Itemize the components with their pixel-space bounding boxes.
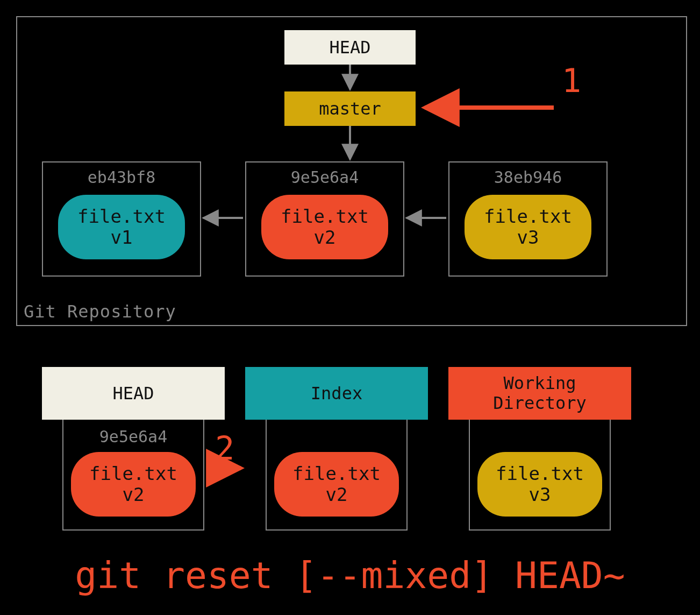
blob-2-file: file.txt [281, 206, 369, 227]
blob-1-version: v1 [111, 227, 133, 248]
command-text: git reset [--mixed] HEAD~ [0, 554, 700, 597]
area-head-file: file.txt [89, 463, 177, 484]
area-index-blob: file.txt v2 [274, 452, 399, 517]
area-index-title: Index [311, 384, 362, 404]
area-head-header: HEAD [42, 367, 225, 420]
blob-3-file: file.txt [484, 206, 572, 227]
area-wd-file: file.txt [496, 463, 584, 484]
blob-2: file.txt v2 [261, 195, 388, 259]
area-head-title: HEAD [112, 384, 154, 404]
area-wd-title: Working Directory [493, 373, 586, 413]
blob-1-file: file.txt [77, 206, 166, 227]
area-wd-frame: Working Directory file.txt v3 [469, 367, 611, 531]
area-wd-header: Working Directory [448, 367, 631, 420]
commit-box-2: 9e5e6a4 file.txt v2 [245, 161, 404, 277]
blob-2-version: v2 [314, 227, 336, 248]
area-wd-version: v3 [529, 484, 551, 505]
commit-box-3: 38eb946 file.txt v3 [448, 161, 608, 277]
area-wd-blob: file.txt v3 [477, 452, 602, 517]
branch-box: master [284, 91, 416, 126]
area-index-frame: Index file.txt v2 [266, 367, 408, 531]
blob-1: file.txt v1 [58, 195, 185, 259]
commit-hash-1: eb43bf8 [43, 168, 200, 187]
commit-hash-2: 9e5e6a4 [246, 168, 403, 187]
step-1-label: 1 [562, 62, 581, 100]
blob-3: file.txt v3 [465, 195, 591, 259]
area-head-hash: 9e5e6a4 [63, 427, 203, 446]
blob-3-version: v3 [517, 227, 539, 248]
repository-label: Git Repository [24, 301, 176, 322]
head-ref-box: HEAD [284, 30, 416, 65]
area-index-version: v2 [326, 484, 348, 505]
area-index-file: file.txt [292, 463, 381, 484]
area-head-blob: file.txt v2 [71, 452, 196, 517]
branch-label: master [319, 98, 381, 119]
commit-box-1: eb43bf8 file.txt v1 [42, 161, 201, 277]
area-index-header: Index [245, 367, 428, 420]
step-2-label: 2 [215, 429, 234, 467]
commit-hash-3: 38eb946 [449, 168, 606, 187]
area-head-version: v2 [123, 484, 145, 505]
head-ref-label: HEAD [329, 37, 370, 58]
area-head-frame: HEAD 9e5e6a4 file.txt v2 [62, 367, 204, 531]
